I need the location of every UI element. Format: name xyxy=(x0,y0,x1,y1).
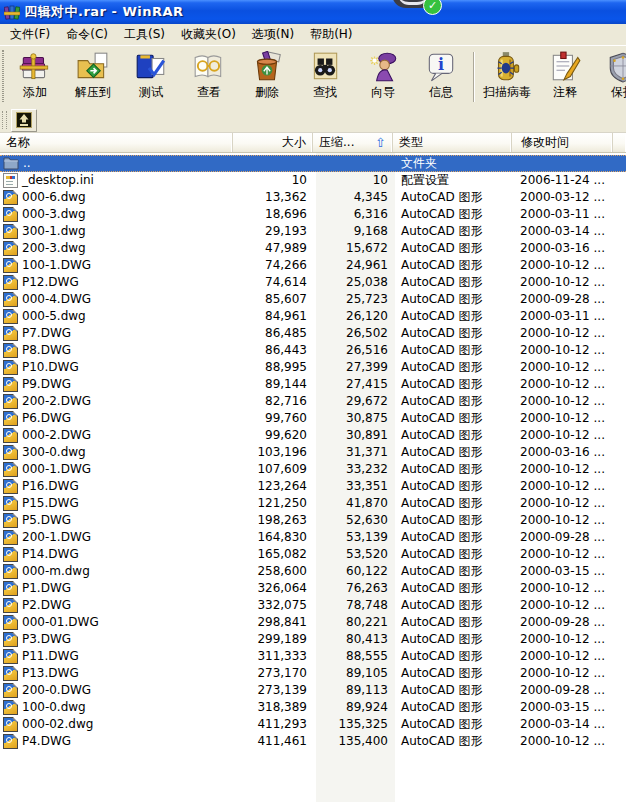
table-row[interactable]: 000-5.dwg 84,961 26,120 AutoCAD 图形 2000-… xyxy=(0,308,626,325)
table-row[interactable]: 000-6.dwg 13,362 4,345 AutoCAD 图形 2000-0… xyxy=(0,189,626,206)
menu-favorites[interactable]: 收藏夹(O) xyxy=(173,24,244,45)
file-date: 2000-10-12 ... xyxy=(512,359,626,376)
menu-commands[interactable]: 命令(C) xyxy=(58,24,116,45)
dwg-file-icon xyxy=(3,564,18,579)
file-packed: 24,961 xyxy=(313,257,393,274)
file-list: .. 文件夹 _desktop.ini 10 10 xyxy=(0,153,626,802)
table-row[interactable]: P13.DWG 273,170 89,105 AutoCAD 图形 2000-1… xyxy=(0,665,626,682)
protect-button[interactable]: 保护 xyxy=(594,48,626,104)
table-row[interactable]: P16.DWG 123,264 33,351 AutoCAD 图形 2000-1… xyxy=(0,478,626,495)
file-date: 2000-03-12 ... xyxy=(512,189,626,206)
table-row[interactable]: P15.DWG 121,250 41,870 AutoCAD 图形 2000-1… xyxy=(0,495,626,512)
table-row[interactable]: _desktop.ini 10 10 配置设置 2006-11-24 ... xyxy=(0,172,626,189)
find-button[interactable]: 查找 xyxy=(296,48,354,104)
table-row[interactable]: 100-1.DWG 74,266 24,961 AutoCAD 图形 2000-… xyxy=(0,257,626,274)
table-row[interactable]: 300-1.dwg 29,193 9,168 AutoCAD 图形 2000-0… xyxy=(0,223,626,240)
table-row[interactable]: P14.DWG 165,082 53,520 AutoCAD 图形 2000-1… xyxy=(0,546,626,563)
table-row[interactable]: P4.DWG 411,461 135,400 AutoCAD 图形 2000-1… xyxy=(0,733,626,750)
file-size: 411,293 xyxy=(233,716,313,733)
column-header-name[interactable]: 名称 xyxy=(0,133,233,152)
info-button[interactable]: i 信息 xyxy=(412,48,470,104)
up-directory-button[interactable] xyxy=(11,109,37,132)
dwg-file-icon xyxy=(3,343,18,358)
menu-options[interactable]: 选项(N) xyxy=(244,24,302,45)
table-row[interactable]: 200-2.DWG 82,716 29,672 AutoCAD 图形 2000-… xyxy=(0,393,626,410)
table-row[interactable]: 000-2.DWG 99,620 30,891 AutoCAD 图形 2000-… xyxy=(0,427,626,444)
dwg-file-icon xyxy=(3,309,18,324)
column-header-type[interactable]: 类型 xyxy=(393,133,512,152)
file-name: 200-3.dwg xyxy=(22,240,86,257)
scan-virus-label: 扫描病毒 xyxy=(483,84,531,101)
file-name: P2.DWG xyxy=(22,597,71,614)
file-packed: 10 xyxy=(313,172,393,189)
file-packed: 25,723 xyxy=(313,291,393,308)
file-name: 300-1.dwg xyxy=(22,223,86,240)
table-row[interactable]: P6.DWG 99,760 30,875 AutoCAD 图形 2000-10-… xyxy=(0,410,626,427)
column-header-date[interactable]: 修改时间 xyxy=(512,133,613,152)
menu-help[interactable]: 帮助(H) xyxy=(302,24,360,45)
view-button[interactable]: 查看 xyxy=(180,48,238,104)
file-name: 000-6.dwg xyxy=(22,189,86,206)
file-name-cell: P2.DWG xyxy=(0,597,233,614)
table-row[interactable]: 000-4.DWG 85,607 25,723 AutoCAD 图形 2000-… xyxy=(0,291,626,308)
scan-virus-button[interactable]: 扫描病毒 xyxy=(478,48,536,104)
file-date: 2000-10-12 ... xyxy=(512,597,626,614)
table-row[interactable]: 000-3.dwg 18,696 6,316 AutoCAD 图形 2000-0… xyxy=(0,206,626,223)
test-button[interactable]: 测试 xyxy=(122,48,180,104)
table-row[interactable]: P10.DWG 88,995 27,399 AutoCAD 图形 2000-10… xyxy=(0,359,626,376)
extract-to-button[interactable]: 解压到 xyxy=(64,48,122,104)
file-date: 2000-10-12 ... xyxy=(512,665,626,682)
menu-tools[interactable]: 工具(S) xyxy=(116,24,173,45)
address-bar-gripper[interactable] xyxy=(2,111,7,129)
file-size: 273,170 xyxy=(233,665,313,682)
table-row[interactable]: 000-01.DWG 298,841 80,221 AutoCAD 图形 200… xyxy=(0,614,626,631)
delete-icon xyxy=(250,51,284,83)
delete-button[interactable]: 删除 xyxy=(238,48,296,104)
comment-button[interactable]: 注释 xyxy=(536,48,594,104)
menu-file[interactable]: 文件(F) xyxy=(2,24,58,45)
parent-directory-row[interactable]: .. 文件夹 xyxy=(0,155,626,172)
column-header-size[interactable]: 大小 xyxy=(233,133,313,152)
file-name: 100-0.dwg xyxy=(22,699,86,716)
file-packed: 27,399 xyxy=(313,359,393,376)
table-row[interactable]: P12.DWG 74,614 25,038 AutoCAD 图形 2000-10… xyxy=(0,274,626,291)
file-size: 164,830 xyxy=(233,529,313,546)
file-name: P16.DWG xyxy=(22,478,79,495)
table-row[interactable]: P2.DWG 332,075 78,748 AutoCAD 图形 2000-10… xyxy=(0,597,626,614)
dwg-file-icon xyxy=(3,598,18,613)
table-row[interactable]: P9.DWG 89,144 27,415 AutoCAD 图形 2000-10-… xyxy=(0,376,626,393)
table-row[interactable]: P8.DWG 86,443 26,516 AutoCAD 图形 2000-10-… xyxy=(0,342,626,359)
file-date: 2000-10-12 ... xyxy=(512,495,626,512)
file-packed: 30,891 xyxy=(313,427,393,444)
table-row[interactable]: P11.DWG 311,333 88,555 AutoCAD 图形 2000-1… xyxy=(0,648,626,665)
file-name: 000-02.dwg xyxy=(22,716,93,733)
table-row[interactable]: P1.DWG 326,064 76,263 AutoCAD 图形 2000-10… xyxy=(0,580,626,597)
toolbar-gripper[interactable] xyxy=(2,50,4,102)
file-type: AutoCAD 图形 xyxy=(393,393,512,410)
table-row[interactable]: P7.DWG 86,485 26,502 AutoCAD 图形 2000-10-… xyxy=(0,325,626,342)
dwg-file-icon xyxy=(3,275,18,290)
dwg-file-icon xyxy=(3,411,18,426)
file-date: 2000-10-12 ... xyxy=(512,342,626,359)
table-row[interactable]: 200-3.dwg 47,989 15,672 AutoCAD 图形 2000-… xyxy=(0,240,626,257)
table-row[interactable]: 000-1.DWG 107,609 33,232 AutoCAD 图形 2000… xyxy=(0,461,626,478)
table-row[interactable]: 200-1.DWG 164,830 53,139 AutoCAD 图形 2000… xyxy=(0,529,626,546)
file-name-cell: 100-1.DWG xyxy=(0,257,233,274)
table-row[interactable]: 300-0.dwg 103,196 31,371 AutoCAD 图形 2000… xyxy=(0,444,626,461)
parent-directory-label: .. xyxy=(23,155,31,172)
table-row[interactable]: P3.DWG 299,189 80,413 AutoCAD 图形 2000-10… xyxy=(0,631,626,648)
table-row[interactable]: P5.DWG 198,263 52,630 AutoCAD 图形 2000-10… xyxy=(0,512,626,529)
table-row[interactable]: 000-02.dwg 411,293 135,325 AutoCAD 图形 20… xyxy=(0,716,626,733)
table-row[interactable]: 000-m.dwg 258,600 60,122 AutoCAD 图形 2000… xyxy=(0,563,626,580)
file-date: 2000-10-12 ... xyxy=(512,546,626,563)
file-packed: 4,345 xyxy=(313,189,393,206)
dwg-file-icon xyxy=(3,700,18,715)
add-button[interactable]: 添加 xyxy=(6,48,64,104)
wizard-button[interactable]: 向导 xyxy=(354,48,412,104)
table-row[interactable]: 200-0.DWG 273,139 89,113 AutoCAD 图形 2000… xyxy=(0,682,626,699)
column-packed-label: 压缩... xyxy=(319,134,354,151)
table-row[interactable]: 100-0.dwg 318,389 89,924 AutoCAD 图形 2000… xyxy=(0,699,626,716)
file-date: 2000-10-12 ... xyxy=(512,512,626,529)
title-bar[interactable]: 四辑对中.rar - WinRAR ✓ xyxy=(0,0,626,24)
column-header-packed[interactable]: 压缩... ⇧ xyxy=(313,133,393,152)
